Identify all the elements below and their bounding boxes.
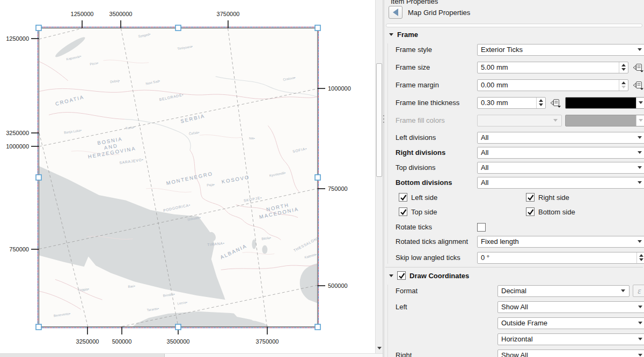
spin-up-icon[interactable] (621, 64, 626, 66)
dropdown[interactable]: Show All (497, 349, 644, 357)
coordinate-label: 3500000 (109, 11, 133, 17)
property-row: Skip low angled ticks0 ° (396, 251, 642, 264)
property-row: Frame fill colors (396, 114, 642, 127)
bottom-divisions-dropdown[interactable]: All (477, 177, 644, 189)
side-checkbox-item[interactable]: Bottom side (526, 207, 642, 217)
spin-up-icon[interactable] (639, 254, 643, 257)
draw-coordinates-group-body: FormatDecimalεLeftShow AllOutside FrameH… (387, 285, 644, 357)
frame-style-dropdown[interactable]: Exterior Ticks (477, 44, 644, 56)
data-defined-override-button[interactable] (549, 98, 562, 108)
coordinate-label: 1250000 (71, 11, 94, 17)
coordinate-label: 500000 (112, 338, 132, 345)
right-side-checkbox[interactable] (526, 193, 535, 202)
right-divisions-dropdown[interactable]: All (477, 147, 644, 159)
property-label: Left divisions (396, 133, 477, 142)
frame-group-header[interactable]: Frame (384, 28, 644, 40)
checkmark-icon (399, 208, 408, 217)
top-divisions-dropdown[interactable]: All (477, 162, 644, 174)
property-label: Skip low angled ticks (396, 254, 477, 262)
coordinate-label: 1250000 (6, 35, 29, 42)
chevron-down-icon (638, 306, 642, 308)
spin-down-icon[interactable] (639, 258, 643, 261)
rotated-ticks-alignment-dropdown[interactable]: Fixed length (477, 236, 644, 248)
back-button[interactable] (389, 6, 402, 19)
bottom-side-checkbox[interactable] (526, 207, 535, 216)
spin-up-icon[interactable] (621, 81, 626, 84)
property-label: Right (396, 351, 497, 357)
skip-low-angled-ticks-spinbox[interactable]: 0 ° (477, 252, 644, 264)
coordinate-label: 3750000 (217, 11, 240, 17)
layout-canvas[interactable]: CROATIABOSNIAANDHERZEGOVINASERBIAMONTENE… (0, 0, 383, 357)
property-label: Frame fill colors (396, 116, 477, 124)
draw-coordinates-title: Draw Coordinates (409, 272, 469, 280)
vertical-scrollbar[interactable] (375, 0, 383, 353)
horizontal-scrollbar-thumb[interactable] (0, 354, 165, 357)
left-side-checkbox[interactable] (399, 193, 407, 202)
color-swatch (566, 115, 636, 126)
vertical-scrollbar-thumb[interactable] (376, 63, 382, 177)
horizontal-scrollstrip[interactable] (386, 24, 642, 27)
basemap: CROATIABOSNIAANDHERZEGOVINASERBIAMONTENE… (39, 28, 317, 326)
color-dropdown-button[interactable] (636, 98, 644, 108)
checkbox-label: Top side (411, 208, 437, 216)
property-row: FormatDecimalε (396, 285, 642, 297)
data-defined-override-button[interactable] (632, 80, 644, 91)
dropdown-value: Show All (501, 303, 636, 311)
dropdown-value: Decimal (501, 287, 619, 295)
checkmark-icon (526, 194, 535, 202)
dropdown[interactable]: Show All (497, 301, 644, 313)
property-label: Left (396, 303, 497, 311)
chevron-down-icon (638, 181, 642, 184)
spinbox[interactable]: 5.00 mm (477, 62, 628, 73)
section-separator (385, 267, 643, 267)
spin-down-icon[interactable] (621, 68, 626, 71)
spinbox-value: 5.00 mm (478, 63, 619, 71)
coordinate-label: 1000000 (328, 85, 351, 92)
spinbox-value: 0.00 mm (478, 81, 619, 89)
draw-coordinates-checkbox[interactable] (397, 271, 406, 280)
left-divisions-dropdown[interactable]: All (477, 132, 644, 144)
checkbox-label: Bottom side (538, 208, 575, 216)
property-row: Frame styleExterior Ticks (396, 43, 642, 56)
format-dropdown[interactable]: Decimal (497, 285, 630, 297)
side-checkbox-item[interactable]: Left side (399, 192, 526, 202)
rotate-ticks-checkbox[interactable] (477, 223, 486, 232)
property-row: LeftShow All (396, 301, 642, 313)
chevron-down-icon (621, 289, 625, 292)
property-label: Top divisions (396, 163, 477, 172)
checkbox-label: Left side (411, 194, 437, 202)
expression-button[interactable]: ε (633, 285, 644, 297)
top-side-checkbox[interactable] (399, 207, 407, 216)
chevron-down-icon (638, 322, 642, 324)
scroll-down-button[interactable] (376, 344, 383, 352)
checkmark-icon (399, 194, 408, 202)
property-label: Rotated ticks alignment (396, 237, 477, 246)
dropdown[interactable]: Outside Frame (497, 317, 644, 329)
dropdown-value: All (481, 148, 635, 157)
spinbox[interactable]: 0.30 mm (477, 97, 546, 109)
side-checkbox-item[interactable]: Top side (399, 207, 526, 217)
side-checkbox-item[interactable]: Right side (526, 192, 642, 202)
chevron-down-icon (638, 354, 642, 356)
city-label: Niš• (249, 136, 255, 140)
property-label: Bottom divisions (396, 178, 477, 187)
arrow-down-icon (377, 347, 382, 349)
frame-group-body: Frame styleExterior TicksFrame size5.00 … (387, 43, 644, 264)
spinbox[interactable]: 0.00 mm (477, 79, 628, 91)
coordinate-label: 3750000 (256, 338, 279, 345)
data-defined-override-button[interactable] (632, 62, 644, 73)
spin-up-icon[interactable] (539, 99, 543, 102)
chevron-down-icon (638, 240, 642, 243)
spinbox-value: 0.30 mm (478, 99, 536, 107)
property-row: Rotate ticks (396, 221, 642, 233)
dropdown[interactable]: Horizontal (497, 333, 644, 345)
coordinate-label: 3500000 (167, 338, 190, 345)
checkbox-label: Right side (538, 194, 569, 202)
spin-down-icon[interactable] (621, 86, 626, 88)
map-item[interactable]: CROATIABOSNIAANDHERZEGOVINASERBIAMONTENE… (39, 28, 318, 327)
horizontal-scrollbar[interactable] (0, 353, 383, 357)
draw-coordinates-group-header[interactable]: Draw Coordinates (384, 270, 644, 281)
spin-down-icon[interactable] (539, 103, 543, 106)
frame-line-color-button[interactable] (565, 97, 644, 109)
property-label: Right divisions (396, 148, 477, 157)
